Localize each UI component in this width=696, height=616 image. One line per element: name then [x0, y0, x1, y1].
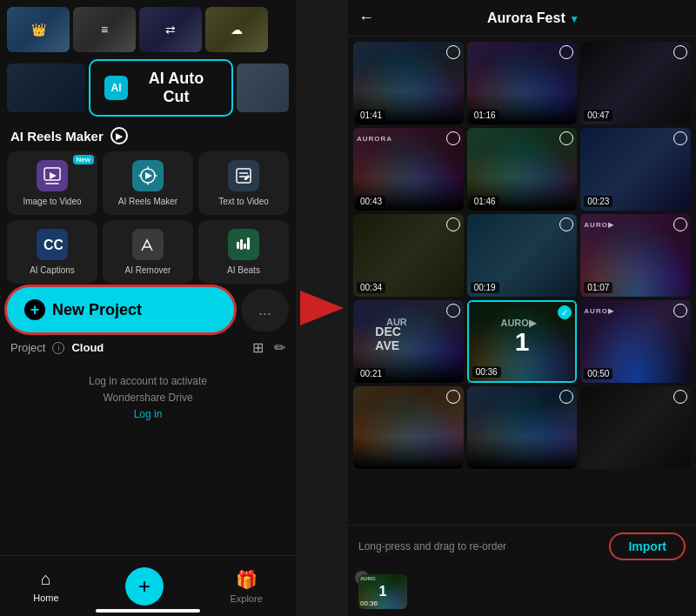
- new-project-button[interactable]: + New Project: [7, 287, 234, 332]
- text-to-video-icon: [228, 160, 259, 191]
- tool-label-ai-remover: AI Remover: [125, 265, 171, 275]
- video-thumb-5[interactable]: 01:46: [467, 128, 578, 211]
- tool-ai-beats[interactable]: AI Beats: [198, 220, 289, 284]
- add-icon: +: [138, 574, 151, 599]
- aurora-text-4: AURORA: [357, 135, 392, 143]
- project-info-icon[interactable]: i: [52, 342, 64, 354]
- tool-label-ai-beats: AI Beats: [227, 265, 260, 275]
- drag-hint-text: Long-press and drag to re-order: [358, 540, 506, 552]
- tool-ai-reels-maker[interactable]: AI Reels Maker: [103, 151, 193, 215]
- ai-autocut-button[interactable]: AI AI Auto Cut: [89, 59, 233, 117]
- nav-explore[interactable]: 🎁 Explore: [230, 569, 262, 604]
- video-thumb-7[interactable]: 00:34: [353, 214, 464, 297]
- new-project-row: + New Project ...: [0, 287, 296, 332]
- ai-autocut-thumb-left: [7, 64, 85, 112]
- video-select-1[interactable]: [446, 45, 460, 59]
- top-thumbnails: 👑 ≡ ⇄ ☁: [0, 0, 296, 56]
- video-grid: 01:41 01:16 00:47 AURORA 00:43: [348, 37, 696, 525]
- selected-video-item: ✕ 1 AURO 00:36: [358, 574, 407, 609]
- explore-icon: 🎁: [236, 569, 258, 590]
- video-thumb-3[interactable]: 00:47: [580, 42, 691, 124]
- import-button[interactable]: Import: [609, 532, 686, 560]
- video-duration-11: 00:36: [472, 366, 501, 378]
- video-select-12[interactable]: [673, 304, 687, 318]
- nav-home[interactable]: ⌂ Home: [33, 569, 58, 603]
- video-duration-2: 01:16: [471, 110, 499, 121]
- top-thumb-2[interactable]: ≡: [73, 7, 136, 52]
- project-label: Project: [10, 341, 45, 354]
- svg-rect-12: [244, 244, 246, 249]
- top-thumb-4[interactable]: ☁: [205, 7, 268, 52]
- svg-text:CC: CC: [44, 238, 63, 252]
- dropdown-arrow[interactable]: ▼: [569, 13, 579, 25]
- video-duration-8: 00:19: [471, 282, 499, 293]
- video-thumb-13[interactable]: [353, 386, 464, 469]
- home-label: Home: [33, 593, 58, 603]
- ai-autocut-thumb-right: [237, 64, 289, 112]
- video-select-7[interactable]: [446, 218, 460, 231]
- more-dots-label: ...: [258, 301, 271, 318]
- video-select-13[interactable]: [446, 390, 460, 404]
- tool-image-to-video[interactable]: New Image to Video: [7, 151, 97, 215]
- top-thumb-1[interactable]: 👑: [7, 7, 70, 52]
- video-thumb-4[interactable]: AURORA 00:43: [353, 128, 464, 211]
- ai-autocut-icon: AI: [104, 76, 128, 100]
- video-thumb-15[interactable]: [580, 386, 691, 469]
- big-number: 1: [515, 327, 530, 357]
- top-thumb-3[interactable]: ⇄: [139, 7, 202, 52]
- tool-ai-remover[interactable]: AI Remover: [103, 220, 193, 284]
- video-duration-9: 01:07: [584, 282, 612, 293]
- tool-label-text-to-video: Text to Video: [218, 197, 269, 206]
- play-circle-icon[interactable]: ▶: [110, 127, 128, 144]
- video-duration-6: 00:23: [584, 196, 612, 207]
- video-thumb-8[interactable]: 00:19: [467, 214, 578, 297]
- nav-add-button[interactable]: +: [125, 567, 164, 606]
- video-select-4[interactable]: [446, 131, 460, 145]
- home-icon: ⌂: [41, 569, 51, 589]
- right-panel: ← Aurora Fest ▼ 01:41 01:16: [348, 0, 696, 616]
- tool-ai-captions[interactable]: CC AI Captions: [7, 220, 97, 284]
- grid-icon[interactable]: ⊞: [252, 339, 264, 356]
- video-duration-3: 00:47: [584, 110, 612, 121]
- explore-label: Explore: [230, 593, 262, 604]
- more-dots-button[interactable]: ...: [241, 289, 289, 331]
- video-thumb-1[interactable]: 01:41: [353, 42, 464, 124]
- swap-icon: ⇄: [165, 23, 176, 37]
- tool-label-ai-reels: AI Reels Maker: [118, 197, 177, 206]
- login-hint: Log in account to activateWondershare Dr…: [10, 373, 285, 406]
- video-thumb-12[interactable]: AURO▶ 00:50: [580, 300, 691, 383]
- arrow-divider: [296, 0, 348, 616]
- video-duration-1: 01:41: [357, 110, 385, 121]
- back-button[interactable]: ←: [358, 9, 374, 27]
- tool-text-to-video[interactable]: Text to Video: [198, 151, 289, 215]
- video-select-6[interactable]: [673, 131, 687, 145]
- aurora-text-9: AURO▶: [584, 221, 614, 229]
- home-indicator-bar: [96, 609, 200, 613]
- selected-video-row: ✕ 1 AURO 00:36: [348, 567, 696, 616]
- left-panel: 👑 ≡ ⇄ ☁ AI AI Auto Cut AI Reels Maker ▶: [0, 0, 296, 616]
- selected-video-thumb[interactable]: 1 AURO 00:36: [358, 574, 407, 609]
- dec-text: DECAVE: [375, 325, 401, 352]
- video-duration-4: 00:43: [357, 196, 385, 207]
- video-select-15[interactable]: [673, 390, 687, 404]
- video-thumb-9[interactable]: AURO▶ 01:07: [580, 214, 691, 297]
- plus-icon: +: [24, 299, 45, 320]
- video-thumb-2[interactable]: 01:16: [467, 42, 578, 124]
- video-select-10[interactable]: [446, 304, 460, 318]
- video-thumb-14[interactable]: [467, 386, 578, 469]
- login-link[interactable]: Log in: [10, 406, 285, 423]
- video-thumb-6[interactable]: 00:23: [580, 128, 691, 211]
- cloud-icon: ☁: [231, 23, 243, 37]
- video-thumb-11[interactable]: AURO▶ 1 ✓ 00:36: [467, 300, 578, 383]
- ai-captions-icon: CC: [37, 229, 68, 260]
- cloud-label: Cloud: [71, 341, 104, 354]
- video-thumb-10[interactable]: DECAVE AUR 00:21: [353, 300, 464, 383]
- video-duration-10: 00:21: [357, 368, 385, 379]
- video-select-9[interactable]: [673, 218, 687, 231]
- project-section: Project i Cloud ⊞ ✏: [0, 332, 296, 363]
- crown-icon: 👑: [31, 23, 46, 37]
- selected-video-duration: 00:36: [360, 599, 378, 607]
- edit-icon[interactable]: ✏: [274, 339, 285, 356]
- video-select-3[interactable]: [673, 45, 687, 59]
- svg-rect-11: [240, 239, 243, 250]
